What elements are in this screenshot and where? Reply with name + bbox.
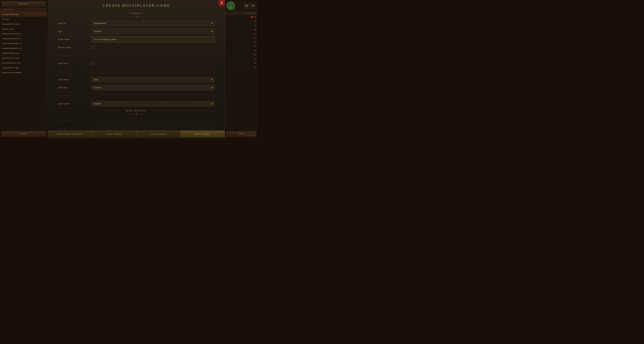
kick-vote-label: Kick Vote: [58, 62, 92, 65]
map-divider-right: [138, 114, 152, 114]
difficulty-row: Difficulty Governor ◄: [58, 85, 215, 91]
watermark: ✦ THEGAMER: [244, 135, 256, 136]
game-name-input[interactable]: [92, 37, 215, 42]
age-label: Age: [58, 30, 92, 33]
player-count-12: 4/4: [254, 66, 256, 68]
svg-rect-3: [247, 5, 248, 6]
sidebar-item-5[interactable]: ZombieBrother0#83373's: [0, 36, 47, 41]
player-count-11: 3/4: [254, 62, 256, 64]
player-row-11: 3/4: [225, 61, 258, 65]
game-speed-control: Standard ◄: [92, 101, 215, 106]
rule-set-select[interactable]: Standard Rules: [92, 21, 215, 26]
svg-rect-2: [246, 5, 247, 6]
player-row-9: ⤢3/4: [225, 53, 258, 57]
blurred-row-2: Turn: [58, 68, 215, 75]
refresh-button[interactable]: REFRESH: [1, 1, 46, 6]
right-panel: 32 PLAYERS: [225, 0, 258, 138]
private-game-label: Private Game: [58, 46, 92, 49]
blurred-control-1: [92, 53, 215, 58]
sidebar-item-4[interactable]: MrBrutalcccp#41423's Ga: [0, 31, 47, 36]
turn-timer-select[interactable]: None: [92, 77, 215, 82]
general-section-title: GENERAL: [58, 12, 215, 14]
expand-icon-4: ⤢: [252, 33, 253, 35]
rule-set-label: Rule Set: [58, 22, 92, 25]
sidebar-item-7[interactable]: Hammerrobby#82870's Ga: [0, 46, 47, 51]
game-name-control: [92, 37, 215, 42]
player-list: 1/8⤢3/51/42/6⤢1/52/41/53/51/6⤢3/42/53/44…: [225, 15, 258, 130]
add-player-icon-button[interactable]: [250, 3, 256, 9]
map-blurred-row-2: Map Type: [58, 126, 215, 131]
modal-title: CREATE MULTIPLAYER GAME: [48, 0, 225, 10]
private-game-control: [92, 46, 215, 49]
kick-vote-checkbox[interactable]: [92, 62, 94, 65]
host-lobby-button[interactable]: HOST LOBBY: [180, 131, 225, 138]
player-count-9: 3/4: [254, 54, 256, 56]
player-row-8: 1/6: [225, 48, 258, 53]
player-count-7: 3/5: [254, 45, 256, 47]
sidebar-item-0[interactable]: Not your Mom's Earth: [0, 12, 47, 17]
map-specific-section-header: MAP SPECIFIC ✦: [58, 109, 215, 115]
sidebar-item-3[interactable]: Bonus4's Game: [0, 26, 47, 31]
sidebar-item-11[interactable]: Yamper#58267's Game: [0, 65, 47, 70]
turn-timer-row: Turn Timer None ◄: [58, 77, 215, 83]
additional-content-button[interactable]: ADDITIONAL CONTENT: [48, 131, 92, 138]
player-count-6: 1/5: [254, 41, 256, 43]
right-top: 32: [225, 0, 258, 11]
map-blurred-row-1: Standard Rules: [58, 118, 215, 124]
blurred-label-2: Turn: [58, 70, 92, 73]
map-blurred-control-1: [92, 118, 215, 123]
close-button[interactable]: X: [219, 0, 225, 6]
player-row-12: 4/4: [225, 65, 258, 69]
rule-set-row: Rule Set Standard Rules ◄: [58, 20, 215, 26]
map-blurred-control-2: [92, 126, 215, 131]
player-count-0: 1/8: [254, 16, 256, 18]
player-count-4: 1/5: [254, 33, 256, 35]
back-button[interactable]: BACK: [1, 131, 46, 136]
expand-icon-9: ⤢: [252, 54, 253, 56]
map-specific-divider: ✦: [58, 113, 215, 115]
turn-timer-control: None ◄: [92, 77, 215, 82]
age-select[interactable]: Antiquity: [92, 29, 215, 34]
kick-vote-row: Kick Vote: [58, 60, 215, 66]
player-count-3: 2/6: [254, 28, 256, 30]
player-row-5: 2/4: [225, 36, 258, 40]
turn-timer-label: Turn Timer: [58, 78, 92, 81]
player-row-2: 1/4: [225, 23, 258, 27]
sidebar-item-2[interactable]: Kalharis#86352's Game: [0, 22, 47, 26]
game-speed-select[interactable]: Standard: [92, 101, 215, 106]
sidebar-item-9[interactable]: Ninja22#51161's Game: [0, 56, 47, 60]
game-list-sidebar: REFRESH GAME NAME Not your Mom's EarthFf…: [0, 0, 47, 138]
difficulty-control: Governor ◄: [92, 85, 215, 90]
right-icons: [244, 3, 256, 9]
player-row-7: 3/5: [225, 44, 258, 48]
sidebar-item-10[interactable]: Parasitian#53226's Game: [0, 60, 47, 65]
sidebar-item-12[interactable]: HacksawStreetKO#86566': [0, 70, 47, 75]
difficulty-label: Difficulty: [58, 86, 92, 89]
player-row-1: ⤢3/5: [225, 19, 258, 23]
player-row-10: 2/5: [225, 57, 258, 61]
sidebar-item-1[interactable]: Ffa need 3: [0, 17, 47, 22]
game-speed-label: Game Speed: [58, 103, 92, 105]
private-game-row: Private Game: [58, 44, 215, 50]
create-game-modal: X CREATE MULTIPLAYER GAME GENERAL ✦ Rule…: [48, 0, 225, 138]
blurred-label-1: Continue to Play: [58, 54, 92, 57]
game-speed-row: Game Speed Standard ◄: [58, 101, 215, 107]
modal-content: GENERAL ✦ Rule Set Standard Rules ◄ Age: [48, 10, 225, 131]
sidebar-item-6[interactable]: AuroraSinistra#36666's Ga: [0, 41, 47, 46]
player-count-8: 1/6: [254, 49, 256, 51]
player-row-3: 2/6: [225, 27, 258, 32]
game-name-header: GAME NAME: [0, 8, 47, 12]
age-control: Antiquity ◄: [92, 29, 215, 34]
sidebar-item-8[interactable]: Hal0Boi#58499's Game: [0, 51, 47, 56]
avatar-wrapper: 32: [226, 1, 235, 10]
difficulty-select[interactable]: Governor: [92, 85, 215, 90]
blurred-row-1: Continue to Play: [58, 52, 215, 58]
player-count-1: 3/5: [254, 20, 256, 22]
load-config-button[interactable]: LOAD CONFIG: [136, 131, 180, 138]
group-icon-button[interactable]: [244, 3, 250, 9]
save-config-button[interactable]: SAVE CONFIG: [92, 131, 136, 138]
avatar: 32: [226, 1, 235, 10]
game-name-row: Game Name: [58, 36, 215, 42]
private-game-checkbox[interactable]: [92, 46, 94, 49]
svg-rect-1: [245, 5, 246, 6]
